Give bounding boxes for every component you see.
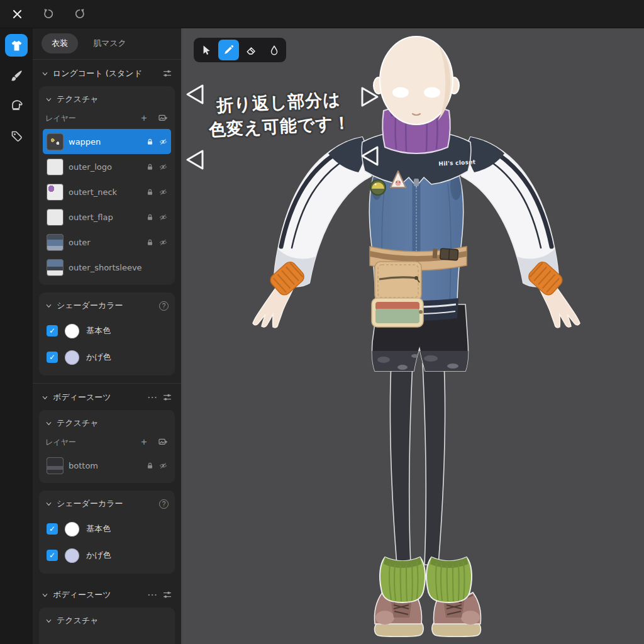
layer-name: outer <box>69 238 141 247</box>
rail-glove-button[interactable] <box>5 94 28 117</box>
lock-icon[interactable] <box>146 188 154 196</box>
model-leggings <box>390 364 445 565</box>
layers-header: レイヤー + <box>44 435 170 453</box>
shade-color-swatch[interactable] <box>65 548 79 563</box>
shade-color-label: かげ色 <box>86 352 111 363</box>
eye-off-icon[interactable] <box>159 163 167 171</box>
layers-label: レイヤー <box>45 113 76 124</box>
image-add-icon <box>158 113 168 123</box>
add-layer-button[interactable]: + <box>138 113 150 124</box>
chevron-down-icon <box>45 96 52 103</box>
lock-icon[interactable] <box>146 138 154 146</box>
add-layer-button[interactable]: + <box>138 436 150 448</box>
rail-tag-button[interactable] <box>5 125 28 147</box>
section-bodysuit2-header[interactable]: ボディースーツ ⋯ <box>39 581 175 606</box>
import-image-button[interactable] <box>157 436 169 448</box>
eye-off-icon[interactable] <box>159 188 167 196</box>
texture-header[interactable]: テクスチャ <box>44 415 170 435</box>
pencil-icon <box>223 44 235 56</box>
chevron-down-icon <box>45 501 52 508</box>
tab-skin-mask[interactable]: 肌マスク <box>83 33 136 53</box>
layer-name: outer_shortsleeve <box>69 263 167 272</box>
eye-off-icon[interactable] <box>159 238 167 247</box>
layer-thumbnail <box>47 209 64 226</box>
layer-row-outert-flap[interactable]: outert_flap <box>43 204 171 230</box>
select-tool-button[interactable] <box>196 40 216 60</box>
import-image-button[interactable] <box>157 113 169 124</box>
base-color-row[interactable]: ✓ 基本色 <box>44 318 170 344</box>
section-outfit-header[interactable]: ロングコート (スタンド <box>39 60 175 85</box>
checkbox-checked[interactable]: ✓ <box>47 325 58 336</box>
layers-label: レイヤー <box>45 437 76 448</box>
help-icon[interactable]: ? <box>159 499 169 509</box>
chevron-down-icon <box>45 303 52 309</box>
layer-row-outer-logo[interactable]: outer_logo <box>43 154 171 179</box>
layer-row-wappen[interactable]: wappen <box>43 129 171 154</box>
redo-icon <box>74 8 86 20</box>
tab-costume[interactable]: 衣装 <box>42 33 78 53</box>
layer-row-outert-neck[interactable]: outert_neck <box>43 179 171 204</box>
shade-color-row[interactable]: ✓ かげ色 <box>44 542 170 569</box>
outfit-shader-card: シェーダーカラー ? ✓ 基本色 ✓ かげ色 <box>39 292 175 375</box>
shader-header[interactable]: シェーダーカラー ? <box>44 297 170 318</box>
sidebar: 衣装 肌マスク ロングコート (スタンド テクスチャ レイヤー + wapp <box>33 28 182 644</box>
tool-rail <box>0 28 33 644</box>
outfit-texture-card: テクスチャ レイヤー + wappen outer_logo <box>39 86 175 285</box>
layer-thumbnail <box>47 133 64 150</box>
bodysuit-texture-card: テクスチャ レイヤー + bottom <box>39 410 175 483</box>
more-options-icon[interactable]: ⋯ <box>147 392 158 403</box>
canvas-viewport[interactable]: Hil's closet <box>182 28 644 644</box>
layer-thumbnail <box>47 158 64 175</box>
fill-tool-button[interactable] <box>264 40 284 60</box>
base-color-row[interactable]: ✓ 基本色 <box>44 516 170 542</box>
layer-row-bottom[interactable]: bottom <box>43 453 171 478</box>
base-color-label: 基本色 <box>86 523 111 535</box>
lock-icon[interactable] <box>146 213 154 221</box>
rail-paint-button[interactable] <box>5 64 28 87</box>
layer-row-outer-shortsleeve[interactable]: outer_shortsleeve <box>43 255 171 280</box>
model-legwarmer <box>380 557 425 602</box>
layer-thumbnail <box>47 259 64 276</box>
annotation-text: 折り返し部分は 色変え可能です！ <box>184 86 375 143</box>
paint-toolbar <box>194 38 286 62</box>
tune-icon[interactable] <box>162 69 172 79</box>
eye-off-icon[interactable] <box>159 138 167 146</box>
lock-icon[interactable] <box>146 462 154 470</box>
layer-name: outer_logo <box>69 162 141 172</box>
checkbox-checked[interactable]: ✓ <box>47 523 58 535</box>
base-color-swatch[interactable] <box>65 522 79 536</box>
paintbrush-icon <box>10 69 23 82</box>
base-color-label: 基本色 <box>86 325 111 336</box>
image-add-icon <box>158 437 168 447</box>
shader-header[interactable]: シェーダーカラー ? <box>44 496 170 516</box>
shade-color-row[interactable]: ✓ かげ色 <box>44 344 170 370</box>
eye-off-icon[interactable] <box>159 213 167 221</box>
section-bodysuit-header[interactable]: ボディースーツ ⋯ <box>39 384 175 409</box>
tune-icon[interactable] <box>162 392 172 402</box>
shade-color-swatch[interactable] <box>65 350 79 365</box>
rail-costume-button[interactable] <box>5 34 28 57</box>
redo-button[interactable] <box>69 3 91 25</box>
lock-icon[interactable] <box>146 238 154 247</box>
help-icon[interactable]: ? <box>159 301 169 311</box>
section-bodysuit-title: ボディースーツ <box>53 392 142 403</box>
checkbox-checked[interactable]: ✓ <box>47 550 58 561</box>
pencil-tool-button[interactable] <box>218 40 239 60</box>
lock-icon[interactable] <box>146 163 154 171</box>
layer-row-outer[interactable]: outer <box>43 230 171 255</box>
undo-button[interactable] <box>38 3 59 25</box>
close-button[interactable] <box>6 3 28 25</box>
sidebar-tabs: 衣装 肌マスク <box>39 28 175 59</box>
texture-header[interactable]: テクスチャ <box>44 613 170 633</box>
eraser-tool-button[interactable] <box>241 40 262 60</box>
section-outfit-title: ロングコート (スタンド <box>53 68 158 79</box>
section-bodysuit2-title: ボディースーツ <box>53 589 142 601</box>
base-color-swatch[interactable] <box>65 324 79 338</box>
bodysuit2-texture-card: テクスチャ <box>39 608 175 644</box>
more-options-icon[interactable]: ⋯ <box>147 589 158 601</box>
eye-off-icon[interactable] <box>159 462 167 470</box>
texture-label: テクスチャ <box>57 418 99 429</box>
checkbox-checked[interactable]: ✓ <box>47 352 58 363</box>
tune-icon[interactable] <box>162 590 172 600</box>
texture-header[interactable]: テクスチャ <box>44 91 170 111</box>
